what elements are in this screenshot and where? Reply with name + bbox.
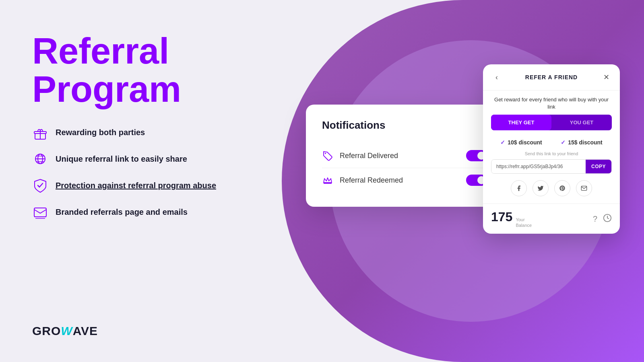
notification-delivered-label: Referral Delivered: [340, 152, 398, 160]
refer-footer: 175 Your Balance ?: [483, 204, 620, 233]
notification-redeemed-label: Referral Redeemed: [340, 176, 403, 185]
reward-tabs: THEY GET YOU GET: [491, 115, 612, 130]
back-button[interactable]: ‹: [491, 72, 502, 83]
crown-icon: [322, 175, 333, 186]
refer-card: ‹ REFER A FRIEND ✕ Get reward for every …: [483, 64, 620, 234]
balance-section: 175 Your Balance: [491, 210, 532, 228]
discount-they-get: ✓ 10$ discount: [500, 139, 542, 146]
notifications-title: Notifications: [322, 119, 487, 132]
copy-button[interactable]: COPY: [586, 160, 611, 173]
gift-icon: [32, 124, 48, 140]
discount-you-get: ✓ 15$ discount: [561, 139, 603, 146]
logo-ave: AVE: [73, 324, 98, 337]
link-input[interactable]: [491, 160, 586, 173]
svg-point-11: [325, 153, 326, 154]
footer-icons: ?: [593, 214, 612, 224]
logo-gro: GRO: [32, 324, 61, 337]
check-icon-2: ✓: [561, 139, 566, 146]
tag-icon: [322, 150, 333, 161]
notification-row-redeemed: Referral Redeemed: [322, 168, 487, 192]
feature-protection: Protection against referral program abus…: [32, 177, 258, 193]
feature-unique-link-text: Unique referral link to easily share: [56, 154, 187, 164]
tab-you-get[interactable]: YOU GET: [551, 115, 612, 130]
email-icon: [32, 204, 48, 220]
refer-header: ‹ REFER A FRIEND ✕: [483, 64, 620, 90]
main-title: Referral Program: [32, 32, 258, 108]
shield-icon: [32, 177, 48, 193]
svg-rect-8: [34, 208, 46, 217]
feature-unique-link: Unique referral link to easily share: [32, 151, 258, 167]
feature-rewarding: Rewarding both parties: [32, 124, 258, 140]
notification-redeemed-left: Referral Redeemed: [322, 175, 403, 186]
feature-branded-text: Branded referrals page and emails: [56, 208, 188, 217]
left-section: Referral Program Rewarding both parties: [32, 32, 258, 230]
history-button[interactable]: [603, 214, 612, 224]
discount-row: ✓ 10$ discount ✓ 15$ discount: [483, 136, 620, 151]
panels-container: Notifications Referral Delivered: [282, 0, 644, 362]
check-icon-1: ✓: [500, 139, 505, 146]
refer-subtitle: Get reward for every friend who will buy…: [483, 90, 620, 115]
notification-delivered-left: Referral Delivered: [322, 150, 398, 161]
email-share-button[interactable]: [576, 180, 592, 196]
twitter-button[interactable]: [533, 180, 549, 196]
discount-they-label: 10$ discount: [508, 139, 542, 146]
notifications-card: Notifications Referral Delivered: [306, 105, 503, 207]
close-button[interactable]: ✕: [601, 72, 612, 83]
feature-rewarding-text: Rewarding both parties: [56, 128, 145, 137]
balance-label: Your Balance: [516, 217, 532, 228]
refer-header-title: REFER A FRIEND: [502, 74, 601, 80]
send-link-label: Send this link to your friend: [483, 151, 620, 159]
pinterest-button[interactable]: [554, 180, 570, 196]
feature-branded: Branded referrals page and emails: [32, 204, 258, 220]
balance-number: 175: [491, 210, 512, 224]
tab-they-get[interactable]: THEY GET: [491, 115, 551, 130]
growave-logo: GROWAVE: [32, 324, 98, 338]
social-row: [483, 180, 620, 204]
features-list: Rewarding both parties Unique referral l…: [32, 124, 258, 220]
link-icon: [32, 151, 48, 167]
notification-row-delivered: Referral Delivered: [322, 144, 487, 168]
link-input-row: COPY: [491, 159, 612, 174]
feature-protection-text: Protection against referral program abus…: [56, 181, 216, 190]
help-button[interactable]: ?: [593, 214, 597, 224]
facebook-button[interactable]: [511, 180, 527, 196]
discount-you-label: 15$ discount: [568, 139, 603, 146]
logo-w: W: [61, 324, 72, 337]
